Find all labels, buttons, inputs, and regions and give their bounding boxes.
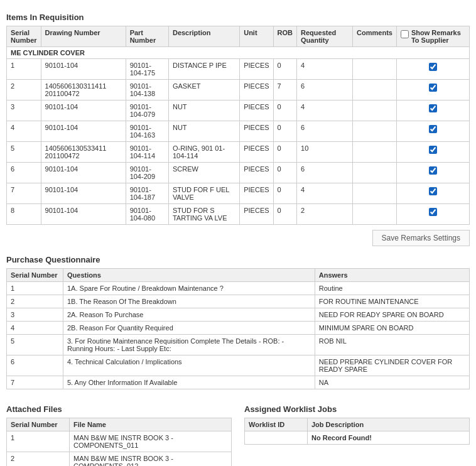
cell-rob: 0	[273, 121, 296, 142]
col-comments: Comments	[353, 26, 397, 47]
cell-unit: PIECES	[240, 59, 273, 80]
list-item: 3 2A. Reason To Purchase NEED FOR READY …	[7, 308, 470, 322]
remarks-checkbox[interactable]	[429, 63, 437, 71]
table-row: 1 90101-104 90101-104-175 DISTANCE P IPE…	[7, 59, 470, 80]
cell-rob: 0	[273, 142, 296, 163]
show-remarks-label: Show Remarks To Supplier	[411, 29, 465, 44]
cell-qty: 4	[297, 100, 353, 121]
cell-qty: 4	[297, 183, 353, 204]
cell-description: STUD FOR F UEL VALVE	[168, 183, 239, 204]
cell-part: 90101-104-209	[126, 163, 168, 183]
cell-serial: 3	[7, 100, 41, 121]
remarks-checkbox[interactable]	[429, 146, 437, 154]
q-answer: MINIMUM SPARE ON BOARD	[315, 322, 469, 335]
q-question: 4. Technical Calculation / Implications	[63, 355, 315, 376]
remarks-checkbox[interactable]	[429, 125, 437, 133]
cell-drawing: 1405606130533411 201100472	[41, 142, 126, 163]
q-answer: Routine	[315, 282, 469, 295]
cell-drawing: 1405606130311411 201100472	[41, 80, 126, 100]
cell-comments	[353, 100, 397, 121]
cell-rob: 0	[273, 163, 296, 183]
q-serial: 7	[7, 376, 63, 389]
cell-part: 90101-104-187	[126, 183, 168, 204]
col-rob: ROB	[273, 26, 296, 47]
table-row: 3 90101-104 90101-104-079 NUT PIECES 0 4	[7, 100, 470, 121]
cell-part: 90101-104-114	[126, 142, 168, 163]
cell-part: 90101-104-138	[126, 80, 168, 100]
cell-checkbox	[396, 59, 469, 80]
cell-drawing: 90101-104	[41, 100, 126, 121]
cell-serial: 6	[7, 163, 41, 183]
q-answer: NEED FOR READY SPARE ON BOARD	[315, 308, 469, 322]
cell-drawing: 90101-104	[41, 59, 126, 80]
cell-description: NUT	[168, 100, 239, 121]
cell-rob: 0	[273, 59, 296, 80]
q-question: 5. Any Other Information If Available	[63, 376, 315, 389]
cell-description: NUT	[168, 121, 239, 142]
worklist-empty-id	[245, 431, 308, 445]
cell-serial: 8	[7, 204, 41, 225]
worklist-title: Assigned Worklist Jobs	[244, 404, 470, 414]
remarks-checkbox[interactable]	[429, 104, 437, 112]
save-remarks-button[interactable]: Save Remarks Settings	[372, 230, 470, 246]
q-serial: 6	[7, 355, 63, 376]
q-serial: 5	[7, 335, 63, 355]
cell-unit: PIECES	[240, 204, 273, 225]
q-serial: 4	[7, 322, 63, 335]
cell-comments	[353, 80, 397, 100]
cell-qty: 6	[297, 163, 353, 183]
questionnaire-title: Purchase Questionnaire	[6, 255, 470, 264]
af-serial: 2	[7, 452, 70, 467]
group-name: ME CYLINDER COVER	[7, 47, 470, 59]
cell-rob: 0	[273, 100, 296, 121]
cell-rob: 0	[273, 183, 296, 204]
table-row: 2 1405606130311411 201100472 90101-104-1…	[7, 80, 470, 100]
cell-serial: 1	[7, 59, 41, 80]
worklist-no-record-row: No Record Found!	[245, 431, 470, 445]
table-row: 8 90101-104 90101-104-080 STUD FOR S TAR…	[7, 204, 470, 225]
q-question: 2B. Reason For Quantity Required	[63, 322, 315, 335]
cell-checkbox	[396, 100, 469, 121]
cell-unit: PIECES	[240, 121, 273, 142]
remarks-checkbox[interactable]	[429, 187, 437, 195]
cell-description: DISTANCE P IPE	[168, 59, 239, 80]
cell-comments	[353, 142, 397, 163]
cell-checkbox	[396, 204, 469, 225]
col-part: Part Number	[126, 26, 168, 47]
cell-serial: 4	[7, 121, 41, 142]
show-remarks-header-checkbox[interactable]	[401, 30, 409, 38]
col-remarks: Show Remarks To Supplier	[396, 26, 469, 47]
cell-checkbox	[396, 80, 469, 100]
cell-drawing: 90101-104	[41, 163, 126, 183]
cell-part: 90101-104-079	[126, 100, 168, 121]
worklist-section: Assigned Worklist Jobs Worklist ID Job D…	[244, 398, 470, 466]
remarks-checkbox[interactable]	[429, 208, 437, 216]
af-col-serial: Serial Number	[7, 418, 70, 431]
cell-qty: 6	[297, 80, 353, 100]
cell-unit: PIECES	[240, 142, 273, 163]
wl-col-desc: Job Description	[308, 418, 470, 431]
group-header-row: ME CYLINDER COVER	[7, 47, 470, 59]
remarks-checkbox[interactable]	[429, 84, 437, 92]
list-item: 1 MAN B&W ME INSTR BOOK 3 - COMPONENTS_0…	[7, 431, 232, 452]
q-serial: 1	[7, 282, 63, 295]
cell-comments	[353, 121, 397, 142]
af-filename: MAN B&W ME INSTR BOOK 3 - COMPONENTS_012	[70, 452, 232, 467]
af-serial: 1	[7, 431, 70, 452]
cell-unit: PIECES	[240, 80, 273, 100]
cell-qty: 10	[297, 142, 353, 163]
cell-checkbox	[396, 142, 469, 163]
cell-description: O-RING, 901 01-104-114	[168, 142, 239, 163]
list-item: 7 5. Any Other Information If Available …	[7, 376, 470, 389]
worklist-no-record: No Record Found!	[308, 431, 470, 445]
attached-files-title: Attached Files	[6, 404, 232, 414]
wl-col-id: Worklist ID	[245, 418, 308, 431]
cell-comments	[353, 204, 397, 225]
col-unit: Unit	[240, 26, 273, 47]
q-question: 1A. Spare For Routine / Breakdown Mainte…	[63, 282, 315, 295]
remarks-checkbox[interactable]	[429, 166, 437, 175]
table-row: 5 1405606130533411 201100472 90101-104-1…	[7, 142, 470, 163]
attached-files-section: Attached Files Serial Number File Name 1…	[6, 398, 232, 466]
q-answer: NEED PREPARE CYLINDER COVER FOR READY SP…	[315, 355, 469, 376]
af-filename: MAN B&W ME INSTR BOOK 3 - COMPONENTS_011	[70, 431, 232, 452]
